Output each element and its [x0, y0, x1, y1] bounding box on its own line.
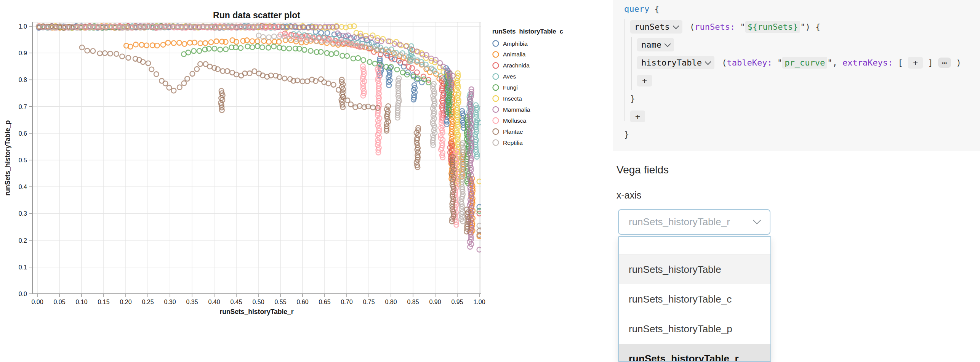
add-field-button[interactable]: + — [637, 75, 652, 86]
query-line-7: + — [613, 107, 980, 125]
svg-text:0.5: 0.5 — [19, 157, 27, 163]
legend-item-arachnida: Arachnida — [493, 62, 530, 69]
svg-text:0.15: 0.15 — [98, 299, 109, 305]
svg-text:0.45: 0.45 — [230, 299, 242, 305]
quote-comma: ", — [827, 58, 842, 67]
query-line-4: historyTable (tableKey: "pr_curve", extr… — [613, 54, 980, 72]
query-line-6: } — [613, 90, 980, 107]
vega-fields-heading: Vega fields — [617, 164, 669, 176]
close-brace: } — [630, 94, 635, 103]
query-line-3: name — [613, 36, 980, 54]
svg-text:Fungi: Fungi — [503, 84, 518, 91]
svg-text:0.30: 0.30 — [164, 299, 176, 305]
chevron-down-icon — [753, 216, 761, 224]
runsets-field-chip[interactable]: runSets — [630, 20, 682, 34]
svg-text:0.80: 0.80 — [385, 299, 397, 305]
legend-item-aves: Aves — [493, 73, 516, 80]
svg-text:Amphibia: Amphibia — [503, 40, 528, 47]
svg-text:Arachnida: Arachnida — [503, 62, 530, 69]
svg-text:Animalia: Animalia — [503, 51, 526, 58]
historytable-field-chip[interactable]: historyTable — [637, 56, 714, 69]
paren: ( — [685, 22, 695, 32]
chart-legend: runSets_historyTable_cAmphibiaAnimaliaAr… — [492, 28, 563, 146]
close-paren-brace: ") { — [800, 22, 820, 32]
close-brace: } — [624, 130, 629, 139]
svg-text:0.75: 0.75 — [363, 299, 375, 305]
x-axis-field-label: x-axis — [617, 190, 641, 201]
svg-text:0.65: 0.65 — [319, 299, 330, 305]
runsets-field-label: runSets — [634, 22, 670, 32]
quote: " — [735, 22, 745, 32]
more-options-button[interactable]: ⋯ — [938, 58, 951, 68]
svg-text:0.95: 0.95 — [451, 299, 463, 305]
wandb-chart-editor: 0.000.050.100.150.200.250.300.350.400.45… — [0, 0, 980, 362]
svg-text:0.55: 0.55 — [274, 299, 286, 305]
extrakeys-arg: extraKeys: — [842, 58, 893, 67]
legend-item-plantae: Plantae — [493, 128, 523, 135]
legend-item-mollusca: Mollusca — [493, 117, 527, 124]
chevron-down-icon — [705, 58, 711, 65]
tablekey-value: pr_curve — [782, 57, 827, 69]
svg-text:0.05: 0.05 — [53, 299, 65, 305]
svg-text:Insecta: Insecta — [503, 95, 522, 102]
dropdown-option[interactable]: runSets_historyTable_c — [619, 284, 770, 314]
bracket: [ — [893, 58, 908, 67]
svg-text:0.25: 0.25 — [142, 299, 154, 305]
query-line-1: query { — [613, 0, 980, 18]
dropdown-option[interactable]: runSets_historyTable — [619, 255, 770, 284]
svg-text:0.40: 0.40 — [208, 299, 220, 305]
query-line-8: } — [613, 125, 980, 143]
svg-text:Mammalia: Mammalia — [503, 106, 530, 113]
bracket: ] — [923, 58, 938, 67]
paren: ) — [951, 58, 961, 67]
tablekey-arg: tableKey: — [727, 58, 772, 67]
dropdown-filter-input[interactable] — [619, 237, 770, 255]
series-fungi — [37, 24, 482, 213]
legend-item-amphibia: Amphibia — [493, 40, 528, 47]
name-field-label: name — [641, 40, 661, 50]
svg-text:0.0: 0.0 — [19, 291, 27, 297]
svg-text:0.8: 0.8 — [19, 77, 27, 83]
svg-text:1.00: 1.00 — [473, 299, 485, 305]
svg-text:0.90: 0.90 — [429, 299, 441, 305]
svg-text:0.4: 0.4 — [19, 184, 27, 190]
query-line-5: + — [613, 72, 980, 90]
dropdown-option-selected[interactable]: runSets_historyTable_r — [619, 344, 770, 362]
legend-item-reptilia: Reptilia — [493, 139, 523, 146]
svg-text:0.70: 0.70 — [341, 299, 352, 305]
query-keyword: query — [624, 4, 649, 14]
svg-text:0.2: 0.2 — [19, 237, 27, 244]
svg-text:0.3: 0.3 — [19, 210, 27, 217]
dropdown-option[interactable]: runSets_historyTable_p — [619, 314, 770, 344]
scatter-plot-svg: 0.000.050.100.150.200.250.300.350.400.45… — [0, 0, 597, 328]
query-line-2: runSets (runSets: "${runSets}") { — [613, 18, 980, 36]
x-axis-select[interactable]: runSets_historyTable_r — [618, 209, 770, 235]
add-query-field-button[interactable]: + — [630, 111, 645, 122]
name-field-chip[interactable]: name — [637, 38, 674, 51]
quote: " — [772, 58, 783, 67]
svg-text:0.50: 0.50 — [252, 299, 264, 305]
svg-text:Aves: Aves — [503, 73, 516, 80]
svg-text:0.7: 0.7 — [19, 104, 27, 110]
x-axis-title: runSets_historyTable_r — [219, 308, 293, 316]
chart-title: Run data scatter plot — [213, 10, 300, 20]
legend-title: runSets_historyTable_c — [492, 28, 563, 35]
svg-text:0.6: 0.6 — [19, 130, 27, 137]
x-axis-dropdown: runSets_historyTable runSets_historyTabl… — [618, 236, 771, 362]
y-axis-title: runSets_historyTable_p — [4, 120, 11, 195]
svg-text:0.35: 0.35 — [186, 299, 198, 305]
add-extrakey-button[interactable]: + — [908, 57, 923, 69]
svg-text:0.85: 0.85 — [407, 299, 419, 305]
x-axis-select-value: runSets_historyTable_r — [629, 216, 730, 228]
svg-text:0.20: 0.20 — [120, 299, 131, 305]
legend-item-mammalia: Mammalia — [493, 106, 530, 113]
runsets-template-value: ${runSets} — [745, 21, 800, 33]
historytable-field-label: historyTable — [641, 58, 702, 67]
chevron-down-icon — [664, 40, 671, 47]
paren: ( — [717, 58, 727, 67]
scatter-points — [36, 24, 482, 252]
svg-text:1.0: 1.0 — [19, 23, 27, 30]
svg-text:Reptilia: Reptilia — [503, 139, 523, 146]
open-brace: { — [649, 4, 660, 14]
svg-text:0.00: 0.00 — [31, 299, 43, 305]
